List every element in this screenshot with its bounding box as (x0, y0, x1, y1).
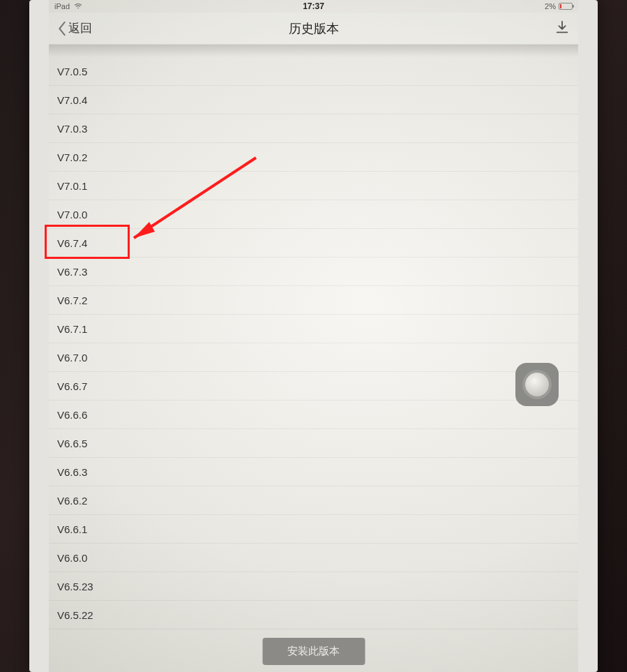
version-label: V6.7.1 (57, 323, 87, 335)
version-label: V6.6.6 (57, 409, 87, 421)
device-label: iPad (54, 2, 70, 10)
version-label: V6.6.1 (57, 523, 87, 535)
assistive-touch-button[interactable] (515, 363, 559, 406)
version-row[interactable]: V7.0.2 (49, 143, 578, 172)
version-row[interactable]: V6.6.0 (49, 544, 578, 572)
back-label: 返回 (68, 20, 92, 36)
version-row[interactable]: V6.6.5 (49, 429, 578, 458)
version-label: V7.0.3 (57, 123, 87, 135)
battery-icon (559, 3, 573, 10)
ipad-device-bezel: iPad 17:37 2% 返回 (29, 0, 598, 672)
status-bar-time: 17:37 (303, 1, 324, 11)
version-row[interactable]: V6.7.2 (49, 286, 578, 315)
version-label: V6.7.3 (57, 266, 87, 278)
ipad-screen: iPad 17:37 2% 返回 (49, 0, 578, 672)
download-button[interactable] (554, 20, 570, 38)
version-label: V6.6.0 (57, 552, 87, 564)
page-title: 历史版本 (289, 20, 339, 37)
version-label: V7.0.2 (57, 151, 87, 163)
version-label: V6.6.2 (57, 495, 87, 507)
version-label: V6.5.22 (57, 609, 93, 621)
version-row[interactable]: V6.7.3 (49, 257, 578, 286)
version-label: V6.5.23 (57, 581, 93, 592)
version-row[interactable]: V6.6.3 (49, 458, 578, 486)
version-row[interactable]: V7.0.4 (49, 86, 578, 114)
version-label: V7.0.0 (57, 209, 87, 221)
version-label: V6.7.4 (57, 237, 87, 249)
version-label: V6.6.7 (57, 380, 87, 392)
version-row[interactable]: V6.6.6 (49, 401, 578, 429)
version-label: V7.0.5 (57, 66, 87, 77)
version-row[interactable]: V6.6.7 (49, 372, 578, 401)
assistive-touch-inner-icon (525, 373, 549, 396)
version-row[interactable]: V7.0.5 (49, 57, 578, 86)
version-list[interactable]: V7.0.5V7.0.4V7.0.3V7.0.2V7.0.1V7.0.0V6.7… (49, 57, 578, 672)
version-row[interactable]: V6.5.22 (49, 601, 578, 629)
status-bar-right: 2% (545, 2, 573, 10)
battery-percent: 2% (545, 2, 556, 10)
version-label: V6.6.5 (57, 438, 87, 449)
nav-bar: 返回 历史版本 (49, 13, 578, 45)
version-label: V7.0.4 (57, 94, 87, 106)
version-row[interactable]: V7.0.3 (49, 114, 578, 143)
version-row[interactable]: V7.0.1 (49, 172, 578, 200)
version-row[interactable]: V6.7.1 (49, 315, 578, 343)
install-button[interactable]: 安装此版本 (262, 638, 365, 665)
version-label: V6.6.3 (57, 466, 87, 478)
photo-background: iPad 17:37 2% 返回 (0, 0, 627, 672)
back-button[interactable]: 返回 (57, 20, 92, 36)
install-button-container: 安装此版本 (262, 638, 365, 665)
version-row[interactable]: V6.6.1 (49, 515, 578, 544)
header-shadow (49, 45, 578, 57)
version-row[interactable]: V6.6.2 (49, 486, 578, 515)
version-row[interactable]: V6.5.23 (49, 572, 578, 601)
version-label: V6.7.0 (57, 352, 87, 364)
version-label: V7.0.1 (57, 180, 87, 192)
version-row[interactable]: V6.7.0 (49, 343, 578, 372)
wifi-icon (74, 3, 82, 10)
version-label: V6.7.2 (57, 294, 87, 306)
status-bar: iPad 17:37 2% (49, 0, 578, 13)
status-bar-left: iPad (54, 2, 82, 10)
download-icon (554, 20, 570, 35)
version-row[interactable]: V6.7.4 (49, 229, 578, 257)
chevron-left-icon (57, 21, 67, 36)
version-row[interactable]: V7.0.0 (49, 200, 578, 229)
